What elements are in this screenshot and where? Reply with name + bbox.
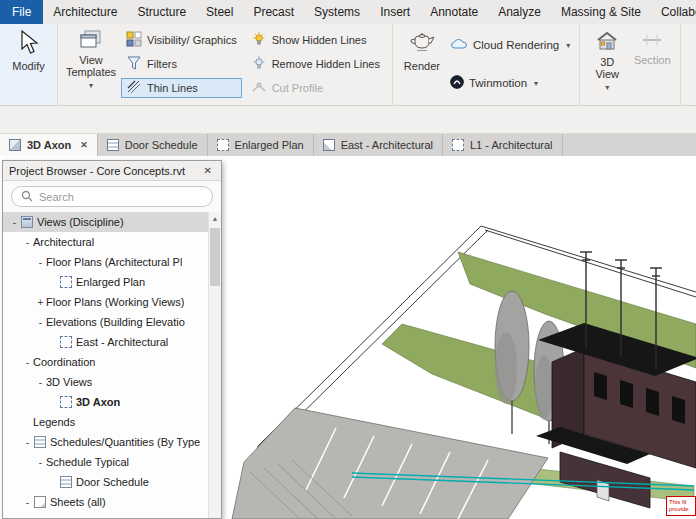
house-icon — [595, 30, 619, 54]
view-tab-3d-axon[interactable]: 3D Axon✕ — [0, 134, 98, 156]
modify-button[interactable]: Modify — [5, 26, 52, 72]
render-button[interactable]: Render — [398, 26, 446, 72]
collapse-icon[interactable]: - — [22, 497, 33, 508]
ribbon-tab-precast[interactable]: Precast — [243, 0, 304, 24]
view-tab-label: Door Schedule — [125, 139, 198, 151]
scroll-up-icon[interactable]: ▲ — [209, 212, 221, 222]
collapse-icon[interactable]: - — [35, 377, 46, 388]
tree-item-schedules-quantities-by-type[interactable]: -Schedules/Quantities (By Type — [3, 432, 208, 452]
tree-item-architectural[interactable]: -Architectural — [3, 232, 208, 252]
view-templates-button[interactable]: View Templates ▾ — [63, 26, 119, 92]
ribbon-tab-analyze[interactable]: Analyze — [488, 0, 551, 24]
tree-item-label: Coordination — [33, 356, 95, 368]
tree-item-schedule-typical[interactable]: -Schedule Typical — [3, 452, 208, 472]
axon-view-icon — [9, 139, 21, 151]
view-tab-enlarged-plan[interactable]: Enlarged Plan — [208, 134, 314, 156]
collapse-icon[interactable]: - — [22, 437, 33, 448]
tree-item-3d-views[interactable]: -3D Views — [3, 372, 208, 392]
file-menu-button[interactable]: File — [0, 0, 43, 24]
collapse-icon[interactable]: - — [22, 357, 33, 368]
views-cat-icon — [21, 216, 33, 228]
dropdown-icon: ▾ — [605, 82, 609, 94]
tree-item-label: 3D Views — [46, 376, 92, 388]
ribbon-tab-collabo[interactable]: Collabo — [651, 0, 696, 24]
dropdown-icon: ▾ — [534, 79, 538, 88]
view-templates-icon — [80, 30, 102, 52]
tree-item-floor-plans-architectural-pl[interactable]: -Floor Plans (Architectural Pl — [3, 252, 208, 272]
tree-item-sheets-all[interactable]: -Sheets (all) — [3, 492, 208, 512]
search-icon — [21, 188, 33, 206]
remove-hidden-lines-label: Remove Hidden Lines — [272, 58, 380, 70]
cut-profile-icon — [251, 79, 267, 97]
tree-item-enlarged-plan[interactable]: Enlarged Plan — [3, 272, 208, 292]
search-box[interactable] — [11, 186, 213, 207]
collapse-icon[interactable]: - — [35, 257, 46, 268]
view-tab-label: 3D Axon — [27, 139, 71, 151]
schedule-item-icon — [60, 476, 72, 488]
visibility-graphics-label: Visibility/ Graphics — [147, 34, 237, 46]
3d-view-button[interactable]: 3D View ▾ — [585, 26, 629, 94]
tree-item-floor-plans-working-views[interactable]: +Floor Plans (Working Views) — [3, 292, 208, 312]
tree-item-elevations-building-elevatio[interactable]: -Elevations (Building Elevatio — [3, 312, 208, 332]
ribbon-tab-architecture[interactable]: Architecture — [43, 0, 127, 24]
show-hidden-lines-button[interactable]: Show Hidden Lines — [246, 30, 385, 50]
project-browser-title: Project Browser - Core Concepts.rvt — [9, 165, 201, 177]
twinmotion-label: Twinmotion — [469, 77, 527, 89]
cloud-icon — [450, 38, 468, 52]
collapse-icon[interactable]: - — [9, 217, 20, 228]
filter-icon — [126, 55, 142, 73]
ribbon-tab-annotate[interactable]: Annotate — [420, 0, 488, 24]
ribbon-tab-systems[interactable]: Systems — [304, 0, 370, 24]
presentation-panel: Render Cloud Rendering ▾ Twinmotion ▾ — [393, 24, 580, 105]
tree-scrollbar[interactable]: ▲ — [208, 212, 221, 518]
ribbon-tab-list: ArchitectureStructureSteelPrecastSystems… — [43, 0, 696, 24]
close-icon[interactable]: ✕ — [80, 140, 88, 150]
tree-item-label: 3D Axon — [76, 396, 120, 408]
tree-item-east-architectural[interactable]: East - Architectural — [3, 332, 208, 352]
teapot-icon — [407, 30, 437, 58]
search-area — [3, 181, 221, 212]
tree-item-coordination[interactable]: -Coordination — [3, 352, 208, 372]
view-tab-l1-architectural[interactable]: L1 - Architectural — [443, 134, 563, 156]
create-panel: 3D View ▾ Section — [580, 24, 681, 105]
tree-item-views-discipline[interactable]: -Views (Discipline) — [3, 212, 208, 232]
project-browser-panel: Project Browser - Core Concepts.rvt ✕ -V… — [2, 160, 222, 519]
ribbon-tab-massing-site[interactable]: Massing & Site — [551, 0, 651, 24]
section-label: Section — [634, 54, 671, 66]
cut-profile-button: Cut Profile — [246, 78, 385, 98]
view-tab-door-schedule[interactable]: Door Schedule — [98, 134, 208, 156]
remove-hidden-lines-button[interactable]: Remove Hidden Lines — [246, 54, 385, 74]
thin-lines-button[interactable]: Thin Lines — [121, 78, 242, 98]
collapse-icon[interactable]: - — [22, 237, 33, 248]
graphics-col-2: Show Hidden Lines Remove Hidden Lines Cu… — [244, 26, 387, 102]
graphics-panel: View Templates ▾ Visibility/ Graphics Fi… — [58, 24, 393, 105]
filters-button[interactable]: Filters — [121, 54, 242, 74]
ribbon-tab-insert[interactable]: Insert — [370, 0, 420, 24]
visibility-graphics-icon — [126, 31, 142, 49]
scroll-thumb[interactable] — [210, 228, 220, 286]
warning-tooltip-line2: provide — [669, 506, 694, 513]
collapse-icon[interactable]: - — [35, 457, 46, 468]
expand-icon[interactable]: + — [35, 297, 46, 308]
cloud-rendering-button[interactable]: Cloud Rendering ▾ — [446, 32, 574, 58]
twinmotion-button[interactable]: Twinmotion ▾ — [446, 70, 574, 96]
schedule-cat-icon — [34, 436, 46, 448]
ribbon-tab-structure[interactable]: Structure — [127, 0, 196, 24]
tree-item-3d-axon[interactable]: 3D Axon — [3, 392, 208, 412]
project-browser-titlebar[interactable]: Project Browser - Core Concepts.rvt ✕ — [3, 161, 221, 181]
tree-item-legends[interactable]: Legends — [3, 412, 208, 432]
view-tab-east-architectural[interactable]: East - Architectural — [314, 134, 443, 156]
modify-label: Modify — [12, 60, 44, 72]
view-tab-label: L1 - Architectural — [470, 139, 553, 151]
drawing-area[interactable]: This fil provide Project Browser - Core … — [0, 156, 696, 519]
tree-item-label: Schedule Typical — [46, 456, 129, 468]
elevation-view-icon — [323, 139, 335, 151]
ribbon-tab-steel[interactable]: Steel — [196, 0, 243, 24]
close-icon[interactable]: ✕ — [201, 165, 215, 176]
collapse-icon[interactable]: - — [35, 317, 46, 328]
lamp-icon — [251, 31, 267, 49]
project-tree: -Views (Discipline)-Architectural-Floor … — [3, 212, 208, 512]
tree-item-door-schedule[interactable]: Door Schedule — [3, 472, 208, 492]
search-input[interactable] — [39, 191, 203, 203]
visibility-graphics-button[interactable]: Visibility/ Graphics — [121, 30, 242, 50]
